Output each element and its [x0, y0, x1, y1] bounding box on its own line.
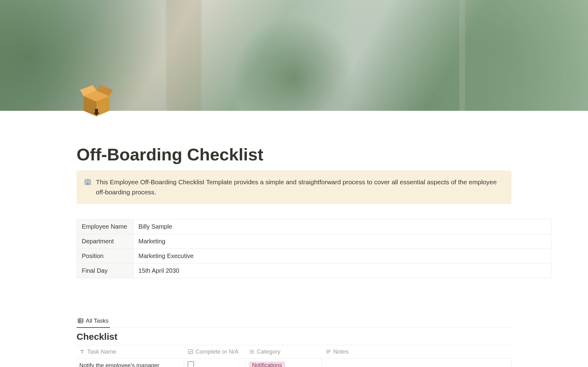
text-icon — [79, 349, 85, 354]
cell-complete[interactable] — [184, 358, 245, 367]
info-value[interactable]: Marketing Executive — [134, 249, 551, 264]
info-value[interactable]: 15th April 2030 — [134, 264, 551, 278]
svg-rect-16 — [251, 353, 254, 354]
info-value[interactable]: Billy Sample — [134, 219, 551, 234]
box-icon — [78, 83, 115, 120]
page-title[interactable]: Off-Boarding Checklist — [77, 111, 511, 164]
svg-rect-14 — [251, 351, 254, 352]
tab-label: All Tasks — [86, 317, 109, 324]
info-row[interactable]: PositionMarketing Executive — [77, 249, 551, 264]
cell-task-name[interactable]: Notify the employee's manager — [77, 358, 184, 367]
info-label: Position — [77, 249, 134, 264]
list-icon — [249, 349, 254, 354]
checkbox-icon — [188, 349, 193, 354]
column-header-category[interactable]: Category — [245, 345, 322, 358]
svg-point-15 — [250, 353, 251, 354]
callout-block[interactable]: 🏢 This Employee Off-Boarding Checklist T… — [77, 170, 511, 204]
svg-rect-19 — [326, 353, 329, 353]
info-row[interactable]: DepartmentMarketing — [77, 234, 551, 249]
page-icon-box[interactable] — [77, 82, 116, 122]
info-row[interactable]: Employee NameBilly Sample — [77, 219, 551, 234]
checklist-table: Task Name Complete or N/A Category — [77, 345, 511, 367]
callout-text: This Employee Off-Boarding Checklist Tem… — [96, 177, 504, 197]
lines-icon — [326, 349, 331, 354]
employee-info-table[interactable]: Employee NameBilly SampleDepartmentMarke… — [77, 219, 551, 278]
info-label: Final Day — [77, 264, 134, 278]
svg-point-11 — [250, 350, 251, 351]
table-icon — [78, 318, 83, 324]
svg-rect-18 — [326, 351, 330, 352]
building-icon: 🏢 — [84, 177, 92, 186]
category-tag: Notifications — [249, 361, 285, 367]
info-row[interactable]: Final Day15th April 2030 — [77, 264, 551, 278]
table-row[interactable]: Notify the employee's managerNotificatio… — [77, 358, 511, 367]
database-title[interactable]: Checklist — [77, 331, 511, 342]
info-value[interactable]: Marketing — [134, 234, 551, 249]
column-header-notes[interactable]: Notes — [322, 345, 511, 358]
tab-all-tasks[interactable]: All Tasks — [77, 315, 110, 328]
svg-rect-6 — [78, 319, 83, 323]
cell-category[interactable]: Notifications — [245, 358, 322, 367]
checkbox-icon[interactable] — [188, 361, 194, 367]
svg-rect-12 — [251, 350, 254, 351]
cell-notes[interactable] — [322, 358, 511, 367]
svg-rect-17 — [326, 350, 330, 350]
database-view-tabs: All Tasks — [77, 315, 511, 328]
column-header-complete[interactable]: Complete or N/A — [184, 345, 245, 358]
info-label: Employee Name — [77, 219, 134, 234]
column-header-task[interactable]: Task Name — [77, 345, 184, 358]
svg-point-13 — [250, 351, 251, 352]
info-label: Department — [77, 234, 134, 249]
